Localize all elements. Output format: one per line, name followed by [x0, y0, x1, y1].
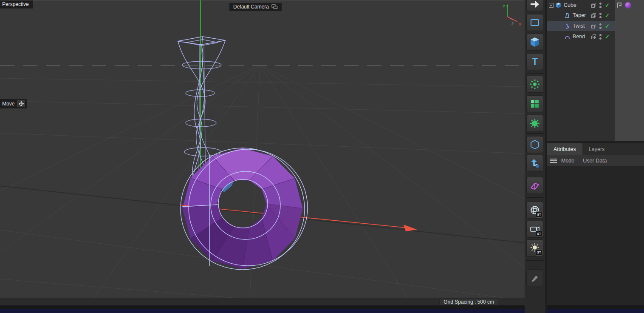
- attributes-mode-bar: Mode User Data: [547, 155, 644, 166]
- axis-y-label: Y: [503, 4, 506, 9]
- active-tool-label[interactable]: Move: [0, 99, 27, 108]
- camera-menu-label[interactable]: Default Camera: [229, 3, 282, 11]
- material-tag-icon[interactable]: [625, 2, 631, 9]
- tag-column: [615, 0, 644, 141]
- expand-collapse-icon[interactable]: [549, 3, 554, 8]
- cube-object-icon: [555, 2, 562, 9]
- enable-check-icon[interactable]: ✓: [605, 13, 610, 18]
- cube-icon[interactable]: [526, 34, 543, 51]
- st-badge: ST: [536, 249, 542, 256]
- text-tool-glyph: T: [532, 57, 538, 67]
- sky-icon[interactable]: ST: [526, 202, 543, 219]
- object-label[interactable]: Taper: [573, 12, 586, 18]
- camera-menu-text: Default Camera: [233, 4, 269, 10]
- axis-x-label: X: [519, 22, 521, 26]
- array-icon[interactable]: [526, 95, 543, 112]
- toolbar-separator: [526, 260, 544, 261]
- visibility-dots[interactable]: [599, 34, 602, 40]
- user-data-menu[interactable]: User Data: [583, 158, 607, 164]
- axis-z-label: Z: [511, 22, 514, 26]
- axis-gizmo: Y Z X: [501, 3, 523, 27]
- object-row-twist[interactable]: Twist ✓: [547, 21, 615, 31]
- metaball-icon[interactable]: [526, 115, 543, 132]
- layer-icon[interactable]: [591, 3, 596, 8]
- phong-tag-icon[interactable]: [617, 3, 622, 8]
- bend-deformer-icon[interactable]: [526, 177, 543, 194]
- mode-menu[interactable]: Mode: [561, 158, 574, 164]
- visibility-dots[interactable]: [599, 23, 602, 29]
- layer-icon[interactable]: [591, 24, 596, 28]
- camera-swap-icon[interactable]: [271, 4, 278, 9]
- bend-object-icon: [564, 34, 571, 40]
- active-tool-text: Move: [2, 101, 14, 107]
- enable-check-icon[interactable]: ✓: [605, 23, 610, 29]
- spline-wrap-icon[interactable]: [526, 155, 543, 172]
- bottom-divider-strip: [0, 305, 644, 309]
- viewport-perspective[interactable]: Perspective Default Camera Move Y: [0, 0, 525, 298]
- viewport-status-bar: Grid Spacing : 500 cm: [0, 298, 525, 305]
- object-label[interactable]: Cube: [564, 2, 576, 8]
- st-badge: ST: [536, 211, 542, 218]
- application-window: Perspective Default Camera Move Y: [0, 0, 644, 313]
- light-icon[interactable]: ST: [526, 239, 543, 256]
- taper-object-icon: [564, 12, 571, 19]
- visibility-dots[interactable]: [599, 3, 602, 8]
- object-row-bend[interactable]: Bend ✓: [547, 31, 615, 42]
- view-menu-label[interactable]: Perspective: [0, 0, 33, 9]
- hexagon-icon[interactable]: [526, 136, 543, 153]
- visibility-dots[interactable]: [599, 13, 602, 18]
- tab-attributes[interactable]: Attributes: [547, 143, 582, 155]
- layer-icon[interactable]: [591, 34, 596, 39]
- toolbar-separator: [526, 133, 544, 134]
- text-icon[interactable]: T: [526, 53, 543, 70]
- bottom-edge-strip: [0, 309, 644, 313]
- object-row-taper[interactable]: Taper ✓: [547, 10, 615, 20]
- menu-icon[interactable]: [550, 158, 557, 163]
- object-label[interactable]: Twist: [573, 23, 585, 29]
- twist-object-icon: [564, 23, 571, 29]
- pen-icon[interactable]: [526, 269, 543, 286]
- move-tool-icon: [17, 100, 25, 107]
- enable-check-icon[interactable]: ✓: [605, 3, 610, 8]
- object-row-cube[interactable]: Cube ✓: [547, 0, 615, 10]
- attributes-body: [547, 166, 644, 305]
- camera-icon[interactable]: ST: [526, 221, 543, 238]
- instance-icon[interactable]: [526, 76, 543, 93]
- tab-layers[interactable]: Layers: [582, 143, 611, 155]
- toolbar-separator: [526, 197, 544, 198]
- arrow-icon[interactable]: [526, 0, 543, 11]
- layer-icon[interactable]: [591, 13, 596, 18]
- tab-layers-label: Layers: [589, 146, 605, 152]
- st-badge: ST: [536, 230, 542, 237]
- object-manager: Cube ✓ Taper ✓: [547, 0, 644, 141]
- object-label[interactable]: Bend: [573, 34, 585, 40]
- rectangle-icon[interactable]: [526, 14, 543, 31]
- toolbar-separator: [526, 73, 544, 74]
- view-menu-text: Perspective: [2, 1, 29, 7]
- enable-check-icon[interactable]: ✓: [605, 34, 610, 40]
- create-toolbar: T: [525, 0, 545, 313]
- scene-3d[interactable]: [0, 0, 525, 298]
- attributes-tab-bar: Attributes Layers: [547, 143, 644, 155]
- tab-attributes-label: Attributes: [554, 146, 576, 152]
